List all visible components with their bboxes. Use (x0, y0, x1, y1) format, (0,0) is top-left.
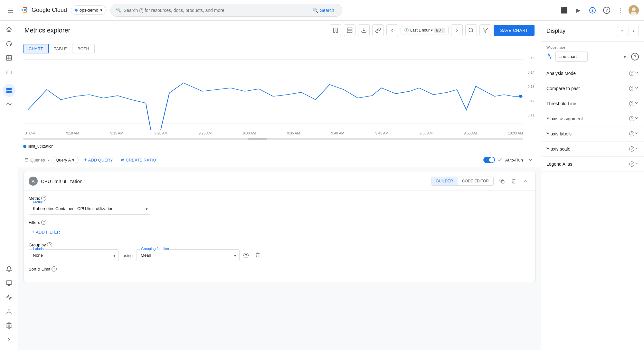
sidebar-item-traces[interactable] (3, 98, 15, 111)
sidebar-item-uptime[interactable] (3, 291, 15, 304)
download-btn[interactable] (358, 24, 370, 36)
sort-limit-help-icon[interactable]: ? (52, 266, 57, 272)
tab-chart[interactable]: CHART (23, 44, 49, 53)
queries-label: Queries (23, 157, 45, 162)
grouping-function-select[interactable]: Mean (137, 249, 240, 261)
autorun-label: Auto-Run (505, 158, 523, 162)
query-a-pill[interactable]: Query A ▾ (52, 156, 79, 164)
x-label-935: 9:35 AM (287, 131, 300, 135)
add-query-button[interactable]: + ADD QUERY (81, 156, 115, 164)
metric-select[interactable]: Kubernetes Container - CPU limit utiliza… (29, 203, 151, 215)
tab-both[interactable]: BOTH (72, 44, 95, 53)
link-btn[interactable] (372, 24, 384, 36)
chart-x-labels: UTC-4 9:10 AM 9:15 AM 9:20 AM 9:25 AM 9:… (23, 130, 536, 136)
legend-alias-option[interactable]: Legend Alias ? (541, 157, 644, 172)
save-chart-button[interactable]: SAVE CHART (494, 25, 535, 36)
layout-toggle-btn[interactable] (330, 24, 341, 36)
chart-scrollbar[interactable] (23, 138, 523, 140)
filter-btn[interactable] (479, 24, 491, 36)
widget-type-select[interactable]: Line chart (555, 51, 588, 62)
sort-limit-field-group: Sort & Limit ? (29, 266, 530, 272)
search-button[interactable]: 🔍 Search (310, 8, 337, 13)
group-by-help-icon[interactable]: ? (47, 242, 52, 247)
sidebar-item-monitoring[interactable] (3, 84, 15, 97)
sidebar-item-settings[interactable] (3, 319, 15, 332)
y-axis-assignment-help-icon[interactable]: ? (629, 116, 634, 121)
x-label-920: 9:20 AM (155, 131, 167, 135)
time-selector[interactable]: 🕐 Last 1 hour ▾ EDT (401, 26, 449, 34)
add-filter-button[interactable]: + ADD FILTER (29, 227, 530, 237)
analysis-mode-option[interactable]: Analysis Mode ? (541, 66, 644, 81)
chart-section: CHART TABLE BOTH 0.15 0.14 0.13 0.12 0.1… (18, 40, 541, 152)
y-axis-assignment-option[interactable]: Y-axis assignment ? (541, 111, 644, 126)
analysis-mode-label: Analysis Mode (546, 71, 628, 76)
legend-alias-help-icon[interactable]: ? (629, 161, 634, 167)
filters-help-icon[interactable]: ? (41, 220, 46, 225)
tab-builder[interactable]: BUILDER (432, 177, 458, 185)
notifications-button[interactable]: ⬛ (558, 4, 571, 17)
expand-queries-btn[interactable] (526, 155, 536, 165)
tab-code-editor[interactable]: CODE EDITOR (458, 177, 493, 185)
trash-icon (511, 179, 516, 184)
autorun-switch[interactable] (483, 157, 495, 163)
compare-to-past-help-icon[interactable]: ? (629, 86, 634, 91)
widget-type-select-wrap: Line chart ▾ ? (546, 51, 639, 62)
sidebar-collapse-btn[interactable] (3, 333, 15, 346)
sidebar-item-table[interactable] (3, 51, 15, 64)
sidebar-item-alerts[interactable] (3, 262, 15, 275)
project-selector[interactable]: ops-demo ▾ (71, 5, 107, 15)
chevron-right-icon (454, 28, 459, 33)
sidebar-item-analytics[interactable] (3, 66, 15, 78)
duplicate-query-btn[interactable] (497, 176, 507, 186)
project-name: ops-demo (80, 8, 98, 13)
sidebar-item-slo[interactable] (3, 277, 15, 290)
help-button[interactable]: ? (600, 4, 613, 17)
y-axis-scale-help-icon[interactable]: ? (629, 146, 634, 152)
more-options-button[interactable]: ⋮ (614, 4, 627, 17)
search-input[interactable] (124, 8, 310, 13)
compare-to-past-option[interactable]: Compare to past ? (541, 81, 644, 96)
threshold-line-help-icon[interactable]: ? (629, 101, 634, 106)
y-axis-labels-option[interactable]: Y-axis labels ? (541, 126, 644, 142)
svg-rect-11 (336, 28, 338, 32)
tab-table[interactable]: TABLE (49, 44, 72, 53)
analysis-mode-help-icon[interactable]: ? (629, 71, 634, 76)
analytics-icon (6, 69, 12, 75)
widget-help-btn[interactable]: ? (631, 53, 639, 60)
chart-y-labels: 0.15 0.14 0.13 0.12 0.11 (524, 56, 536, 117)
search-bar[interactable]: 🔍 🔍 Search (110, 4, 342, 17)
group-by-row: Labels None ▾ using Grouping function (29, 249, 530, 261)
cloud-shell-button[interactable]: ▶ (572, 4, 585, 17)
updates-button[interactable]: 2 (586, 4, 599, 17)
sidebar-item-home[interactable] (3, 23, 15, 36)
stream-icon (347, 27, 353, 33)
panel-expand-btn[interactable] (629, 26, 639, 36)
y-axis-labels-label: Y-axis labels (546, 131, 628, 136)
y-axis-scale-option[interactable]: Y-axis scale ? (541, 142, 644, 157)
zoom-out-btn[interactable] (465, 24, 477, 36)
widget-type-label: Widget type (546, 45, 639, 49)
builder-code-tabs: BUILDER CODE EDITOR (431, 177, 494, 186)
grouping-help-icon[interactable]: ? (243, 253, 249, 258)
x-label-910: 9:10 AM (66, 131, 79, 135)
threshold-line-option[interactable]: Threshold Line ? (541, 96, 644, 111)
card-actions (497, 176, 530, 186)
delete-query-btn[interactable] (508, 176, 519, 186)
chart-legend: limit_utilization (23, 142, 536, 152)
next-time-btn[interactable] (451, 24, 463, 36)
create-ratio-button[interactable]: ⇄ CREATE RATIO (118, 156, 159, 164)
prev-time-btn[interactable] (386, 24, 398, 36)
panel-up-down-btn[interactable] (617, 26, 627, 36)
collapse-query-btn[interactable] (520, 176, 530, 186)
sidebar-item-data[interactable] (3, 37, 15, 50)
stream-view-btn[interactable] (344, 24, 355, 36)
group-by-section-label: Group by ? (29, 242, 530, 247)
labels-select[interactable]: None (29, 249, 119, 261)
display-options: Analysis Mode ? Compare to past ? Thresh… (541, 66, 644, 350)
delete-group-by-btn[interactable] (252, 250, 263, 260)
user-avatar[interactable] (629, 5, 639, 15)
chart-scrollbar-thumb[interactable] (248, 138, 267, 140)
y-axis-labels-help-icon[interactable]: ? (629, 131, 634, 136)
sidebar-item-users[interactable] (3, 305, 15, 318)
hamburger-icon[interactable]: ☰ (5, 4, 16, 17)
